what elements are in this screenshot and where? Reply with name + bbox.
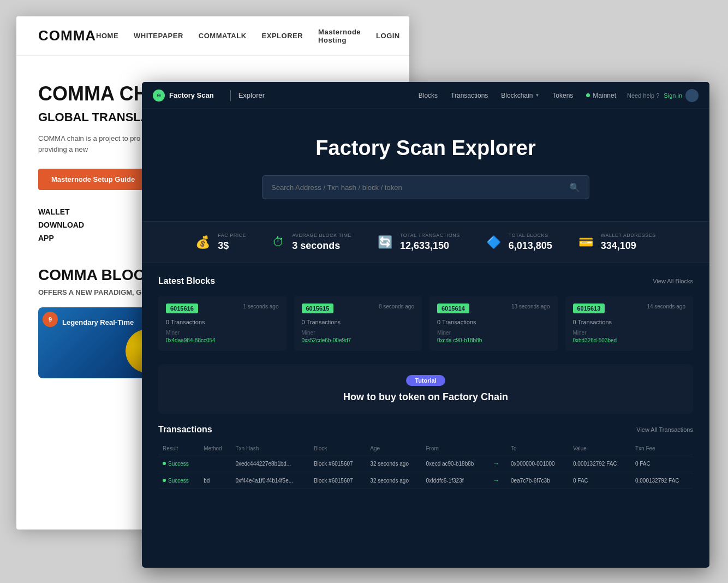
block-time-icon: ⏱ xyxy=(272,235,284,249)
tx-to-0[interactable]: 0x000000-001000 xyxy=(506,455,569,472)
fs-logo-area: ⊛ Factory Scan xyxy=(153,90,214,102)
block-time-1: 8 seconds ago xyxy=(379,304,414,310)
tutorial-section: Tutorial How to buy token on Factory Cha… xyxy=(158,364,693,414)
blocks-grid: 6015616 1 seconds ago 0 Transactions Min… xyxy=(158,296,693,351)
price-icon: 💰 xyxy=(195,235,210,249)
fs-explorer-label: Explorer xyxy=(238,91,265,99)
search-input[interactable] xyxy=(271,183,569,192)
stat-block-time: ⏱ AVERAGE BLOCK TIME 3 seconds xyxy=(272,233,351,252)
fs-nav-tokens[interactable]: Tokens xyxy=(552,92,573,99)
col-age: Age xyxy=(366,442,421,455)
block-time-value: 3 seconds xyxy=(292,240,340,252)
tx-result-1: Success xyxy=(158,472,199,489)
comma-nav-links: HOME WHITEPAPER COMMATALK EXPLORER Maste… xyxy=(96,28,409,44)
block-miner-addr-0[interactable]: 0x4daa984-88cc054 xyxy=(166,337,279,343)
block-txns-2: 0 Transactions xyxy=(437,319,550,325)
transactions-title: Transactions xyxy=(158,425,212,435)
block-miner-addr-3[interactable]: 0xbd326d-503bed xyxy=(573,337,686,343)
tx-age-0: 32 seconds ago xyxy=(366,455,421,472)
nav-masternode[interactable]: Masternode Hosting xyxy=(318,28,361,44)
stat-wallet-addresses: 💳 WALLET ADDRESSES 334,109 xyxy=(578,233,656,252)
fs-nav-transactions[interactable]: Transactions xyxy=(451,92,488,99)
nav-whitepaper[interactable]: WHITEPAPER xyxy=(134,32,183,40)
tx-from-0[interactable]: 0xecd ac90-b18b8b xyxy=(422,455,488,472)
tx-age-1: 32 seconds ago xyxy=(366,472,421,489)
wallet-value: 334,109 xyxy=(601,240,636,252)
nav-login[interactable]: LOGIN xyxy=(376,32,400,40)
fs-hero: Factory Scan Explorer 🔍 xyxy=(142,109,709,221)
success-dot-0 xyxy=(163,462,166,465)
tutorial-badge[interactable]: Tutorial xyxy=(406,375,445,386)
tx-method-1: bd xyxy=(199,472,231,489)
nav-home[interactable]: HOME xyxy=(96,32,118,40)
tx-from-1[interactable]: 0xfddfc6-1f323f xyxy=(422,472,488,489)
stat-total-blocks: 🔷 TOTAL BLOCKS 6,013,805 xyxy=(486,233,552,252)
tx-fee-0: 0 FAC xyxy=(631,455,693,472)
block-number-3: 6015613 xyxy=(573,304,605,313)
block-time-3: 14 seconds ago xyxy=(647,304,685,310)
block-miner-label-1: Miner xyxy=(302,330,415,336)
transactions-section: Transactions View All Transactions Resul… xyxy=(142,414,709,500)
blocks-section-header: Latest Blocks View All Blocks xyxy=(158,276,693,286)
block-number-2: 6015614 xyxy=(437,304,469,313)
table-row: Success bd 0xf44e4a1f0-f4b14f5e... Block… xyxy=(158,472,693,489)
tx-method-0 xyxy=(199,455,231,472)
nav-divider xyxy=(230,90,231,101)
comma-logo: COMMA xyxy=(38,27,96,44)
blocks-value: 6,013,805 xyxy=(509,240,552,252)
block-miner-addr-1[interactable]: 0xs52cde6b-00e9d7 xyxy=(302,337,415,343)
blocks-icon: 🔷 xyxy=(486,235,501,249)
tx-hash-1[interactable]: 0xf44e4a1f0-f4b14f5e... xyxy=(231,472,309,489)
block-card-2[interactable]: 6015614 13 seconds ago 0 Transactions Mi… xyxy=(429,296,558,351)
view-all-transactions[interactable]: View All Transactions xyxy=(636,426,693,433)
block-card-0[interactable]: 6015616 1 seconds ago 0 Transactions Min… xyxy=(158,296,287,351)
block-card-1[interactable]: 6015615 8 seconds ago 0 Transactions Min… xyxy=(294,296,422,351)
search-icon: 🔍 xyxy=(569,182,580,193)
signin-link[interactable]: Sign in xyxy=(664,92,682,99)
stat-total-txns: 🔄 TOTAL TRANSACTIONS 12,633,150 xyxy=(378,233,460,252)
txns-value: 12,633,150 xyxy=(400,240,449,252)
fs-nav-blockchain[interactable]: Blockchain ▼ xyxy=(501,92,539,99)
block-miner-addr-2[interactable]: 0xcda c90-b18b8b xyxy=(437,337,550,343)
comma-nav: COMMA HOME WHITEPAPER COMMATALK EXPLORER… xyxy=(16,16,409,56)
tx-block-1[interactable]: Block #6015607 xyxy=(309,472,366,489)
transactions-header: Transactions View All Transactions xyxy=(158,425,693,435)
fs-nav-links: Blocks Transactions Blockchain ▼ Tokens … xyxy=(419,92,616,99)
mainnet-badge: Mainnet xyxy=(586,92,616,99)
blockchain-dropdown-arrow: ▼ xyxy=(535,93,539,98)
block-miner-label-0: Miner xyxy=(166,330,279,336)
nav-commatalk[interactable]: COMMATALK xyxy=(199,32,247,40)
block-time-label: AVERAGE BLOCK TIME xyxy=(292,233,351,238)
tx-arrow-0: → xyxy=(493,460,499,467)
tx-to-1[interactable]: 0ea7c7b-6f7c3b xyxy=(506,472,569,489)
tx-hash-0[interactable]: 0xedc444227e8b1bd... xyxy=(231,455,309,472)
fs-nav-blocks[interactable]: Blocks xyxy=(419,92,438,99)
mainnet-status-dot xyxy=(586,93,590,97)
block-card-3[interactable]: 6015613 14 seconds ago 0 Transactions Mi… xyxy=(565,296,694,351)
blocks-section-title: Latest Blocks xyxy=(158,276,215,286)
col-to xyxy=(488,442,506,455)
block-time-0: 1 seconds ago xyxy=(243,304,278,310)
fs-logo-text: Factory Scan xyxy=(169,91,214,99)
table-row: Success 0xedc444227e8b1bd... Block #6015… xyxy=(158,455,693,472)
tx-block-0[interactable]: Block #6015607 xyxy=(309,455,366,472)
block-txns-3: 0 Transactions xyxy=(573,319,686,325)
block-txns-0: 0 Transactions xyxy=(166,319,279,325)
fs-logo-icon: ⊛ xyxy=(153,90,165,102)
nav-explorer[interactable]: EXPLORER xyxy=(262,32,303,40)
fs-stats-bar: 💰 FAC PRICE 3$ ⏱ AVERAGE BLOCK TIME 3 se… xyxy=(142,221,709,263)
col-from: From xyxy=(422,442,488,455)
fs-search-bar[interactable]: 🔍 xyxy=(262,175,589,199)
view-all-blocks[interactable]: View All Blocks xyxy=(653,278,693,284)
transactions-table: Result Method Txn Hash Block Age From To… xyxy=(158,442,693,489)
txns-icon: 🔄 xyxy=(378,235,392,249)
block-txns-1: 0 Transactions xyxy=(302,319,415,325)
user-avatar[interactable] xyxy=(685,89,699,102)
tx-arrow-1: → xyxy=(493,477,499,484)
masternode-setup-guide-button[interactable]: Masternode Setup Guide xyxy=(38,169,148,190)
tx-value-1: 0 FAC xyxy=(569,472,631,489)
block-time-2: 13 seconds ago xyxy=(511,304,550,310)
col-result: Result xyxy=(158,442,199,455)
tutorial-title: How to buy token on Factory Chain xyxy=(169,391,682,403)
col-block: Block xyxy=(309,442,366,455)
